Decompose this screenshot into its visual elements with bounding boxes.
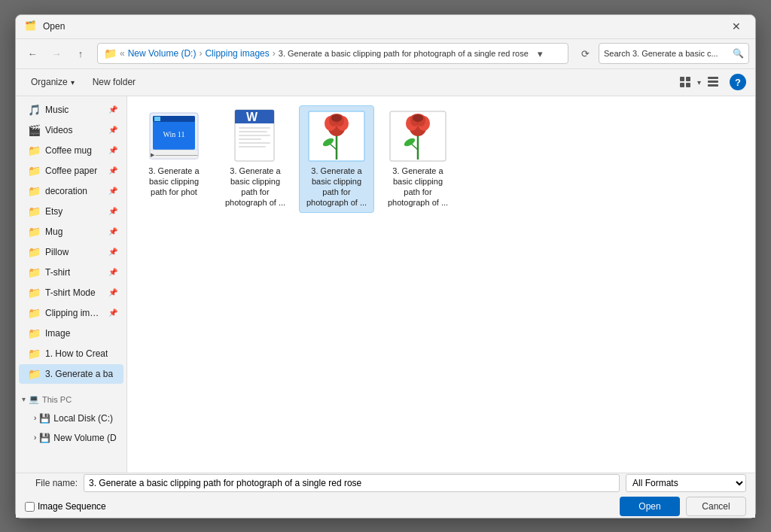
search-bar: 🔍 (599, 43, 749, 64)
sidebar-item-howtocreate[interactable]: 📁 1. How to Creat (19, 344, 123, 363)
sidebar-item-coffeemug[interactable]: 📁 Coffee mug 📌 (19, 141, 123, 160)
folder-icon-decoration: 📁 (28, 185, 41, 197)
dialog-title: Open (43, 21, 727, 32)
sidebar-etsy-label: Etsy (45, 206, 62, 217)
breadcrumb: 📁 « New Volume (D:) › Clipping images › … (97, 43, 568, 64)
close-button[interactable]: ✕ (727, 17, 746, 36)
sidebar-item-music[interactable]: 🎵 Music 📌 (19, 100, 123, 120)
cancel-button[interactable]: Cancel (686, 497, 746, 516)
rose-thumbnail-selected (307, 111, 366, 162)
organize-button[interactable]: Organize ▾ (25, 72, 81, 92)
pin-icon-11: 📌 (108, 309, 117, 317)
sidebar-item-pillow[interactable]: 📁 Pillow 📌 (19, 242, 123, 262)
image-sequence-label[interactable]: Image Sequence (38, 501, 106, 512)
large-icons-button[interactable] (675, 72, 696, 92)
svg-rect-23 (239, 135, 270, 136)
breadcrumb-newvolume[interactable]: New Volume (D:) (128, 48, 197, 59)
file-item-video[interactable]: Win 11 ▶ ———————— 3. Generate a basic cl… (136, 105, 212, 213)
sidebar-item-music-label: Music (45, 105, 69, 115)
sidebar-item-videos-label: Videos (45, 125, 72, 135)
localdisk-icon: 💾 (39, 413, 50, 424)
pin-icon-7: 📌 (108, 227, 117, 236)
file-item-rose2[interactable]: 3. Generate a basic clipping path for ph… (380, 105, 456, 213)
view-dropdown[interactable]: ▾ (697, 78, 701, 87)
file-thumb-video: Win 11 ▶ ———————— (144, 110, 204, 163)
open-button[interactable]: Open (620, 497, 680, 516)
folder-icon-image: 📁 (28, 327, 41, 339)
sidebar-image-label: Image (45, 328, 70, 339)
video-thumbnail: Win 11 ▶ ———————— (144, 111, 204, 160)
main-content: 🎵 Music 📌 🎬 Videos 📌 📁 Coffee mug 📌 📁 Co… (16, 96, 755, 473)
pin-icon-6: 📌 (108, 207, 117, 215)
sidebar-tshirt-label: T-shirt (45, 267, 70, 278)
sidebar-localc[interactable]: › 💾 Local Disk (C:) (16, 409, 126, 428)
file-name-video: 3. Generate a basic clipping path for ph… (141, 166, 207, 198)
svg-rect-4 (708, 77, 718, 79)
file-item-word[interactable]: W 3. Generate a basic clipping path for … (218, 105, 293, 213)
folder-icon-coffeepaper: 📁 (28, 165, 41, 177)
file-name-rose2: 3. Generate a basic clipping path for ph… (385, 166, 451, 208)
svg-rect-5 (708, 81, 718, 83)
music-icon: 🎵 (28, 104, 41, 116)
new-folder-button[interactable]: New folder (87, 72, 142, 92)
thispc-icon: 💻 (29, 394, 39, 404)
svg-point-37 (331, 114, 342, 122)
image-sequence-checkbox[interactable] (25, 502, 35, 512)
forward-button[interactable]: → (46, 43, 67, 64)
expand-icon-2: › (34, 433, 36, 442)
view-buttons: ▾ (675, 72, 724, 92)
info-button[interactable]: ? (730, 74, 746, 90)
up-button[interactable]: ↑ (70, 43, 91, 64)
file-name-word: 3. Generate a basic clipping path for ph… (222, 166, 288, 208)
svg-rect-3 (686, 83, 690, 87)
sidebar-clipping-label: Clipping images (45, 308, 104, 318)
file-item-rose-selected[interactable]: 3. Generate a basic clipping path for ph… (299, 105, 374, 213)
pin-icon: 📌 (108, 105, 117, 114)
nav-bar: ← → ↑ 📁 « New Volume (D:) › Clipping ima… (16, 39, 755, 69)
thispc-chevron: ▾ (22, 395, 26, 403)
breadcrumb-current: 3. Generate a basic clipping path for ph… (279, 49, 529, 58)
sidebar-coffeemug-label: Coffee mug (45, 145, 92, 156)
details-pane-button[interactable] (702, 72, 724, 92)
sidebar-item-tshirt[interactable]: 📁 T-shirt 📌 (19, 263, 123, 282)
breadcrumb-dropdown[interactable]: ▾ (532, 43, 550, 64)
sidebar-coffeepaper-label: Coffee paper (45, 166, 97, 176)
sidebar-decoration-label: decoration (45, 186, 87, 196)
title-bar: 🗂️ Open ✕ (16, 15, 755, 39)
rose-thumbnail-2 (389, 111, 447, 162)
sidebar-item-clippingimages[interactable]: 📁 Clipping images 📌 (19, 303, 123, 323)
expand-icon: › (34, 414, 36, 422)
back-button[interactable]: ← (22, 43, 43, 64)
file-name-rose1: 3. Generate a basic clipping path for ph… (303, 166, 370, 208)
sidebar-item-tshirtmode[interactable]: 📁 T-shirt Mode 📌 (19, 283, 123, 302)
organize-dropdown-icon: ▾ (71, 78, 75, 87)
search-input[interactable] (604, 49, 730, 58)
folder-icon-etsy: 📁 (28, 205, 41, 217)
svg-rect-0 (680, 77, 684, 81)
sidebar-item-coffeepaper[interactable]: 📁 Coffee paper 📌 (19, 161, 123, 181)
filename-input[interactable] (84, 474, 620, 492)
svg-rect-24 (239, 138, 261, 140)
thispc-section[interactable]: ▾ 💻 This PC (16, 391, 126, 409)
dialog-icon: 🗂️ (25, 20, 37, 32)
localdisk-label: Local Disk (C:) (53, 413, 113, 424)
pin-icon-4: 📌 (108, 166, 117, 175)
file-thumb-word: W (225, 110, 285, 163)
sidebar-item-image[interactable]: 📁 Image (19, 324, 123, 343)
format-select[interactable]: All Formats JPEG PNG PSD TIFF All Files (626, 474, 746, 492)
sidebar-newvolume[interactable]: › 💾 New Volume (D (16, 428, 126, 448)
sidebar-item-etsy[interactable]: 📁 Etsy 📌 (19, 202, 123, 221)
sidebar-item-generate[interactable]: 📁 3. Generate a ba (19, 364, 123, 384)
search-icon[interactable]: 🔍 (733, 48, 744, 59)
sidebar-item-videos[interactable]: 🎬 Videos 📌 (19, 120, 123, 140)
svg-rect-21 (239, 127, 270, 129)
sidebar-item-decoration[interactable]: 📁 decoration 📌 (19, 181, 123, 201)
pin-icon-3: 📌 (108, 146, 117, 154)
file-thumb-rose2 (388, 110, 448, 163)
refresh-button[interactable]: ⟳ (574, 43, 596, 64)
svg-rect-6 (708, 84, 718, 87)
pin-icon-8: 📌 (108, 248, 117, 256)
newvolume-label: New Volume (D (53, 433, 116, 443)
sidebar-item-mug[interactable]: 📁 Mug 📌 (19, 222, 123, 242)
breadcrumb-clippingimages[interactable]: Clipping images (205, 48, 269, 59)
